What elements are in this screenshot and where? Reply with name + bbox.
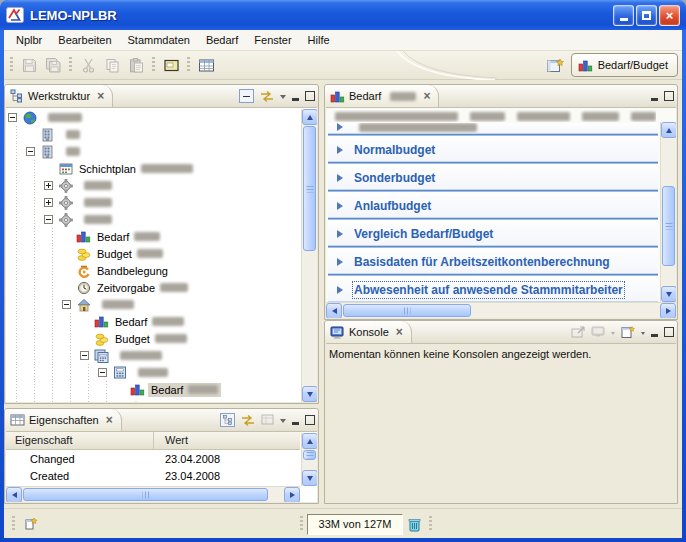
title-bar[interactable]: LEMO-NPLBR ×: [0, 0, 686, 30]
tab-konsole[interactable]: Konsole ×: [325, 321, 412, 343]
collapse-toggle-icon[interactable]: [62, 300, 71, 309]
tree-item-label[interactable]: Bedarf: [94, 230, 163, 244]
expand-toggle-icon[interactable]: [44, 198, 53, 207]
toolbar-grip[interactable]: [187, 57, 190, 73]
scroll-up-button[interactable]: [661, 122, 676, 138]
property-row[interactable]: Created23.04.2008: [6, 467, 300, 484]
close-tab-icon[interactable]: ×: [97, 90, 104, 102]
tree-row[interactable]: [8, 126, 300, 143]
tree-row[interactable]: [8, 347, 300, 364]
open-console-chevron[interactable]: [641, 332, 645, 337]
tree-item-label[interactable]: [76, 197, 115, 208]
tree-item-label[interactable]: [58, 146, 83, 157]
scroll-down-button[interactable]: [661, 286, 676, 302]
tree-item-label[interactable]: Bedarf: [112, 315, 187, 329]
menu-item-stammdaten[interactable]: Stammdaten: [120, 31, 198, 49]
maximize-button[interactable]: [636, 5, 657, 26]
show-tree-mode-button[interactable]: [220, 413, 235, 427]
form-vertical-scrollbar[interactable]: [660, 122, 676, 302]
section-expand-arrow-icon[interactable]: [337, 202, 347, 210]
tree-item-label[interactable]: Bedarf: [148, 383, 221, 397]
scroll-right-button[interactable]: [660, 303, 676, 318]
open-console-link-button[interactable]: [571, 326, 586, 339]
form-section-header[interactable]: Abwesenheit auf anwesende Stammmitarbeit…: [328, 276, 658, 302]
tree-item-label[interactable]: [112, 350, 165, 361]
close-button[interactable]: ×: [659, 5, 680, 26]
maximize-view-button[interactable]: [305, 91, 315, 101]
tree-row[interactable]: Zeitvorgabe: [8, 279, 300, 296]
form-section-header[interactable]: Vergleich Bedarf/Budget: [328, 220, 658, 248]
properties-vertical-scrollbar[interactable]: [301, 433, 317, 486]
toolbar-grip[interactable]: [10, 57, 13, 73]
scroll-left-button[interactable]: [6, 487, 22, 502]
collapse-all-button[interactable]: [239, 89, 254, 103]
view-menu-chevron[interactable]: [280, 419, 286, 426]
scrollbar-thumb[interactable]: [303, 126, 316, 251]
status-grip[interactable]: [429, 516, 432, 532]
tree-row[interactable]: Bandbelegung: [8, 262, 300, 279]
scrollbar-thumb[interactable]: [23, 488, 268, 501]
scroll-up-button[interactable]: [302, 109, 317, 125]
link-with-editor-button[interactable]: [259, 90, 275, 103]
tree-row[interactable]: Bedarf: [8, 381, 300, 398]
view-menu-chevron[interactable]: [280, 95, 286, 102]
tree-row[interactable]: [8, 143, 300, 160]
maximize-view-button[interactable]: [305, 415, 315, 425]
status-grip[interactable]: [300, 516, 303, 532]
form-section-header[interactable]: Anlaufbudget: [328, 192, 658, 220]
form-horizontal-scrollbar[interactable]: [326, 302, 676, 318]
fast-view-button[interactable]: [23, 516, 39, 532]
tree-row[interactable]: [8, 398, 300, 402]
scrollbar-thumb[interactable]: [343, 304, 471, 317]
close-tab-icon[interactable]: ×: [106, 414, 113, 426]
collapse-toggle-icon[interactable]: [26, 147, 35, 156]
minimize-view-button[interactable]: [291, 92, 300, 101]
tree-item-label[interactable]: [58, 129, 83, 140]
minimize-view-button[interactable]: [291, 416, 300, 425]
expand-toggle-icon[interactable]: [44, 181, 53, 190]
tree-item-label[interactable]: Bandbelegung: [94, 264, 171, 278]
tree-item-label[interactable]: Budget: [112, 332, 190, 346]
tree-item-label[interactable]: Zeitvorgabe: [94, 281, 191, 295]
minimize-view-button[interactable]: [650, 328, 659, 337]
menu-item-nplbr[interactable]: Nplbr: [8, 31, 50, 49]
open-console-button[interactable]: [620, 325, 636, 339]
tree-row[interactable]: Budget: [8, 330, 300, 347]
maximize-view-button[interactable]: [664, 327, 674, 337]
section-expand-arrow-icon[interactable]: [337, 174, 347, 182]
tree-item-label[interactable]: [76, 214, 115, 225]
tab-eigenschaften[interactable]: Eigenschaften ×: [5, 409, 122, 431]
section-expand-arrow-icon[interactable]: [337, 286, 347, 294]
column-header-eigenschaft[interactable]: Eigenschaft: [6, 432, 154, 449]
scrollbar-thumb[interactable]: [303, 450, 316, 460]
tree-row[interactable]: [8, 194, 300, 211]
menu-item-fenster[interactable]: Fenster: [246, 31, 299, 49]
menu-item-bedarf[interactable]: Bedarf: [198, 31, 246, 49]
column-header-wert[interactable]: Wert: [154, 432, 188, 449]
tree-row[interactable]: [8, 109, 300, 126]
scroll-left-button[interactable]: [326, 303, 342, 318]
scroll-down-button[interactable]: [302, 386, 317, 402]
scroll-up-button[interactable]: [302, 433, 317, 449]
display-selected-console-button[interactable]: [591, 326, 606, 339]
sort-properties-button[interactable]: [240, 414, 256, 427]
tab-werkstruktur[interactable]: Werkstruktur ×: [5, 85, 113, 107]
properties-horizontal-scrollbar[interactable]: [6, 486, 300, 502]
form-section-header[interactable]: Normalbudget: [328, 136, 658, 164]
property-row[interactable]: Changed23.04.2008: [6, 450, 300, 467]
collapse-toggle-icon[interactable]: [80, 351, 89, 360]
collapse-toggle-icon[interactable]: [44, 215, 53, 224]
table-icon[interactable]: [194, 53, 218, 77]
minimize-editor-button[interactable]: [650, 92, 659, 101]
minimize-button[interactable]: [613, 5, 634, 26]
tree-row[interactable]: Schichtplan: [8, 160, 300, 177]
tree-row[interactable]: Bedarf: [8, 313, 300, 330]
tree-item-label[interactable]: [76, 180, 115, 191]
form-section-header[interactable]: [328, 123, 658, 136]
tree-row[interactable]: [8, 177, 300, 194]
status-grip[interactable]: [12, 516, 15, 532]
maximize-editor-button[interactable]: [664, 91, 674, 101]
tree-item-label[interactable]: [94, 299, 137, 310]
form-section-header[interactable]: Basisdaten für Arbeitszeitkontenberechnu…: [328, 248, 658, 276]
tree-item-label[interactable]: Schichtplan: [76, 162, 196, 176]
